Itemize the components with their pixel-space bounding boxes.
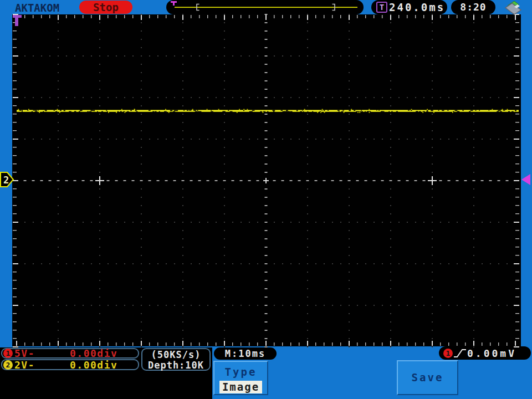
type-value[interactable]: Image — [219, 381, 262, 393]
ch2-badge: 2 — [3, 360, 13, 370]
display-area — [12, 14, 521, 346]
trigger-time-value: 240.0ms — [389, 1, 445, 13]
ch1-readout: 1 5V- 0.00div — [1, 348, 139, 359]
trigger-source-badge: 1 — [443, 349, 453, 358]
ch1-position: 0.00div — [70, 347, 117, 359]
clock: 8:20 — [451, 0, 495, 14]
channel2-marker: 2 — [1, 172, 13, 187]
readout-dock: 1 5V- 0.00div 2 2V- 0.00div (50KS/s) Dep… — [0, 347, 212, 399]
ch1-scale: 5V- — [14, 347, 35, 359]
trigger-t-icon: T — [376, 2, 387, 13]
trigger-level-readout: 1 0.00mV — [439, 346, 531, 360]
type-button[interactable]: Type Image — [213, 361, 268, 395]
memory-depth: Depth:10K — [142, 360, 209, 371]
type-label: Type — [214, 366, 267, 378]
run-state-indicator: Stop — [79, 1, 132, 14]
record-position-bar — [166, 0, 364, 14]
trigger-level-marker — [521, 174, 530, 185]
ch2-scale: 2V- — [14, 359, 35, 371]
sample-rate: (50KS/s) — [142, 350, 209, 360]
svg-text:2: 2 — [3, 175, 9, 186]
ch1-badge: 1 — [3, 349, 13, 358]
top-bar: AKTAKOM Stop T 240.0ms 8:20 — [0, 0, 532, 14]
acquisition-readout: (50KS/s) Depth:10K — [141, 348, 211, 371]
ch2-readout: 2 2V- 0.00div — [1, 359, 139, 370]
brand-logo: AKTAKOM — [15, 2, 59, 14]
trigger-level-value: 0.00mV — [467, 347, 516, 359]
trigger-time-readout: T 240.0ms — [371, 0, 447, 14]
ch2-position: 0.00div — [70, 359, 117, 371]
rising-edge-icon — [453, 347, 467, 359]
timebase-readout: M:10ms — [214, 347, 277, 360]
save-button[interactable]: Save — [397, 360, 458, 395]
